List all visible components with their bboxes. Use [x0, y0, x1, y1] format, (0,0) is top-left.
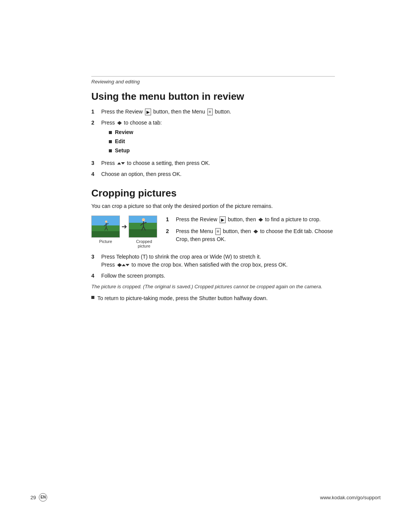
bullet-icon	[109, 131, 112, 134]
step-3-num: 3	[91, 159, 99, 167]
crop-step-3: 3 Press Telephoto (T) to shrink the crop…	[91, 253, 335, 269]
original-picture-image	[91, 216, 120, 238]
crop-step-2: 2 Press the Menu ≡ button, then to choos…	[166, 227, 335, 243]
svg-rect-2	[92, 231, 120, 238]
crop-step-4: 4 Follow the screen prompts.	[91, 272, 335, 280]
crop-step-4-content: Follow the screen prompts.	[101, 272, 335, 280]
svg-rect-11	[129, 229, 157, 238]
section-divider	[91, 76, 335, 77]
shutter-note-text: To return to picture-taking mode, press …	[97, 294, 268, 302]
crop-visual-section: ➜	[91, 216, 335, 248]
bullet-icon-note	[91, 296, 94, 299]
menu-btn-icon-2: ≡	[215, 228, 221, 235]
lr-arrows-icon	[117, 121, 122, 125]
crop-step-4-num: 4	[91, 272, 99, 280]
all-arrows	[117, 263, 129, 267]
step-3-content: Press to choose a setting, then press OK…	[101, 159, 335, 167]
section-subtitle: Reviewing and editing	[91, 79, 335, 85]
svg-point-3	[105, 220, 107, 223]
lr-arrows-3	[253, 230, 258, 233]
step-1-num: 1	[91, 108, 99, 116]
tab-setup-label: Setup	[115, 147, 130, 155]
section1-steps: 1 Press the Review ▶ button, then the Me…	[91, 108, 335, 178]
bullet-icon	[109, 149, 112, 152]
tab-list: Review Edit Setup	[109, 128, 335, 155]
tab-review-label: Review	[115, 128, 133, 136]
page: Reviewing and editing Using the menu but…	[0, 0, 411, 532]
content-area: Reviewing and editing Using the menu but…	[61, 0, 350, 340]
ud-arrows-icon	[117, 162, 125, 165]
svg-point-12	[142, 218, 145, 221]
crop-step-2-content: Press the Menu ≡ button, then to choose …	[176, 227, 335, 243]
crop-inline-steps: 1 Press the Review ▶ button, then to fin…	[166, 216, 335, 243]
bullet-icon	[109, 140, 112, 143]
crop-step-2-num: 2	[166, 227, 174, 235]
tab-setup: Setup	[109, 147, 335, 155]
cropped-picture-label: Cropped picture	[130, 239, 158, 248]
crop-step-1: 1 Press the Review ▶ button, then to fin…	[166, 216, 335, 224]
tab-edit: Edit	[109, 137, 335, 145]
tab-edit-label: Edit	[115, 137, 125, 145]
crop-intro: You can crop a picture so that only the …	[91, 202, 335, 210]
cropped-picture-image	[129, 216, 157, 238]
step-1-content: Press the Review ▶ button, then the Menu…	[101, 108, 335, 116]
page-number: 29	[30, 495, 36, 500]
step-2-content: Press to choose a tab: Review Edit S	[101, 119, 335, 156]
crop-step-3-content: Press Telephoto (T) to shrink the crop a…	[101, 253, 335, 269]
lr-arrows-2	[258, 218, 263, 222]
crop-remaining-steps: 3 Press Telephoto (T) to shrink the crop…	[91, 253, 335, 280]
menu-button-icon: ≡	[207, 109, 213, 115]
crop-step-3-num: 3	[91, 253, 99, 261]
step-4: 4 Choose an option, then press OK.	[91, 170, 335, 178]
image-row: ➜	[91, 216, 158, 238]
step-4-content: Choose an option, then press OK.	[101, 170, 335, 178]
image-group: ➜	[91, 216, 158, 248]
website-url: www.kodak.com/go/support	[320, 495, 381, 500]
crop-steps-inline: 1 Press the Review ▶ button, then to fin…	[166, 216, 335, 248]
tab-review: Review	[109, 128, 335, 136]
page-footer: 29 EN www.kodak.com/go/support	[0, 493, 411, 502]
section2-title: Cropping pictures	[91, 187, 335, 199]
step-1: 1 Press the Review ▶ button, then the Me…	[91, 108, 335, 116]
arrow-icon: ➜	[121, 222, 127, 231]
page-number-area: 29 EN	[30, 493, 47, 502]
step-4-num: 4	[91, 170, 99, 178]
image-labels: Picture Cropped picture	[91, 239, 158, 248]
shutter-note: To return to picture-taking mode, press …	[91, 294, 335, 302]
review-btn-icon-2: ▶	[220, 216, 226, 223]
crop-note: The picture is cropped. (The original is…	[91, 283, 335, 291]
step-2-num: 2	[91, 119, 99, 127]
step-2: 2 Press to choose a tab: Review Edit	[91, 119, 335, 156]
crop-step-1-num: 1	[166, 216, 174, 224]
crop-step-1-content: Press the Review ▶ button, then to find …	[176, 216, 335, 224]
en-badge: EN	[39, 493, 47, 502]
picture-label: Picture	[91, 239, 120, 248]
section1-title: Using the menu button in review	[91, 91, 335, 102]
review-button-icon: ▶	[145, 109, 151, 115]
step-3: 3 Press to choose a setting, then press …	[91, 159, 335, 167]
